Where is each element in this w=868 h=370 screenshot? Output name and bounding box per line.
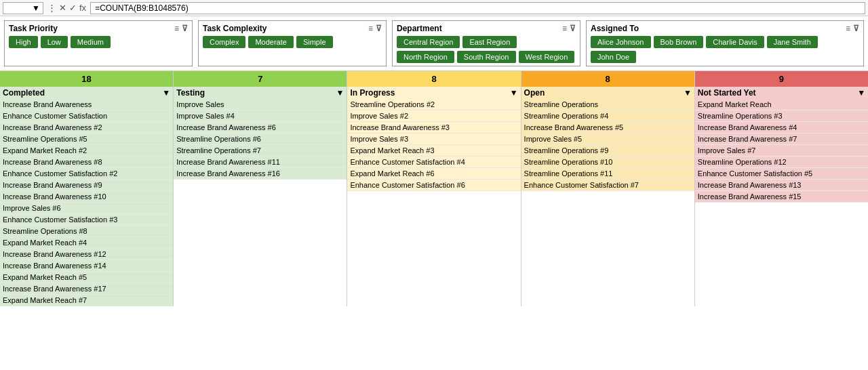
sort-icon[interactable]: ≡	[368, 24, 373, 33]
kanban-item[interactable]: Enhance Customer Satisfaction #6	[347, 180, 520, 191]
filter-button[interactable]: Moderate	[248, 36, 293, 48]
cancel-icon[interactable]: ✕	[59, 3, 66, 13]
kanban-item[interactable]: Increase Brand Awareness #9	[0, 180, 173, 191]
filter-icon[interactable]: ⊽	[376, 24, 382, 33]
kanban-item[interactable]: Expand Market Reach #7	[0, 295, 173, 306]
filter-button[interactable]: High	[9, 36, 38, 48]
kanban-column-dropdown-icon[interactable]: ▼	[510, 88, 518, 98]
kanban-item[interactable]: Streamline Operations #5	[0, 133, 173, 145]
kanban-column-notstarted: 9Not Started Yet▼Expand Market ReachStre…	[695, 71, 868, 306]
kanban-column-testing: 7Testing▼Improve SalesImprove Sales #4In…	[174, 71, 347, 306]
kanban-item[interactable]: Increase Brand Awareness #5	[521, 122, 694, 133]
formula-input[interactable]	[90, 2, 865, 14]
kanban-item[interactable]: Streamline Operations #9	[521, 145, 694, 157]
kanban-column-dropdown-icon[interactable]: ▼	[162, 88, 170, 98]
kanban-item[interactable]: Enhance Customer Satisfaction #4	[347, 157, 520, 168]
filter-button[interactable]: Alice Johnson	[591, 36, 651, 48]
filter-button[interactable]: Charlie Davis	[706, 36, 764, 48]
kanban-item[interactable]: Improve Sales #3	[347, 133, 520, 145]
fx-icon[interactable]: fx	[79, 3, 86, 13]
kanban-item[interactable]: Increase Brand Awareness #7	[695, 133, 868, 145]
kanban-item[interactable]: Increase Brand Awareness #13	[695, 180, 868, 191]
more-icon[interactable]: ⋮	[47, 3, 56, 13]
kanban-item[interactable]: Increase Brand Awareness #17	[0, 283, 173, 295]
kanban-column-label-text: Open	[524, 88, 545, 98]
kanban-item[interactable]: Streamline Operations #3	[695, 110, 868, 122]
kanban-item[interactable]: Streamline Operations #10	[521, 157, 694, 168]
kanban-item[interactable]: Streamline Operations #6	[174, 133, 347, 145]
filter-button[interactable]: Central Region	[397, 36, 460, 48]
kanban-item[interactable]: Streamline Operations #11	[521, 168, 694, 180]
kanban-item[interactable]: Improve Sales #2	[347, 110, 520, 122]
kanban-item[interactable]: Expand Market Reach #2	[0, 145, 173, 157]
sort-icon[interactable]: ≡	[846, 24, 850, 33]
kanban-item[interactable]: Streamline Operations #7	[174, 145, 347, 157]
kanban-item[interactable]: Improve Sales #6	[0, 203, 173, 214]
kanban-item[interactable]: Increase Brand Awareness #3	[347, 122, 520, 133]
kanban-item[interactable]: Increase Brand Awareness #12	[0, 249, 173, 260]
kanban-item[interactable]: Expand Market Reach #6	[347, 168, 520, 180]
kanban-item[interactable]: Improve Sales #5	[521, 133, 694, 145]
filter-icon[interactable]: ⊽	[570, 24, 576, 33]
kanban-item[interactable]: Streamline Operations	[521, 99, 694, 110]
filter-button[interactable]: North Region	[397, 51, 454, 63]
filter-icon[interactable]: ⊽	[853, 24, 859, 33]
filter-button[interactable]: Complex	[203, 36, 245, 48]
kanban-column-header: 18	[0, 71, 173, 87]
filter-button[interactable]: Jane Smith	[767, 36, 818, 48]
filter-button[interactable]: South Region	[457, 51, 516, 63]
filter-header-icons: ≡⊽	[846, 24, 859, 33]
kanban-item[interactable]: Increase Brand Awareness #10	[0, 191, 173, 203]
kanban-item[interactable]: Increase Brand Awareness	[0, 99, 173, 110]
kanban-item[interactable]: Increase Brand Awareness #16	[174, 168, 347, 180]
kanban-item[interactable]: Enhance Customer Satisfaction #2	[0, 168, 173, 180]
kanban-item[interactable]: Enhance Customer Satisfaction #3	[0, 214, 173, 226]
kanban-column-label-text: Not Started Yet	[698, 88, 756, 98]
kanban-item[interactable]: Enhance Customer Satisfaction #7	[521, 180, 694, 191]
kanban-item[interactable]: Improve Sales #7	[695, 145, 868, 157]
kanban-column-dropdown-icon[interactable]: ▼	[336, 88, 344, 98]
filter-button[interactable]: West Region	[519, 51, 575, 63]
kanban-item[interactable]: Enhance Customer Satisfaction	[0, 110, 173, 122]
filter-button[interactable]: Bob Brown	[654, 36, 704, 48]
kanban-item[interactable]: Expand Market Reach #3	[347, 145, 520, 157]
filter-header: Assigned To≡⊽	[591, 24, 859, 33]
filter-buttons: ComplexModerateSimple	[203, 36, 382, 48]
kanban-item[interactable]: Increase Brand Awareness #8	[0, 157, 173, 168]
sort-icon[interactable]: ≡	[562, 24, 567, 33]
filter-icon[interactable]: ⊽	[182, 24, 188, 33]
kanban-item[interactable]: Expand Market Reach #4	[0, 237, 173, 249]
kanban-item[interactable]: Streamline Operations #8	[0, 226, 173, 237]
kanban-column-header: 8	[521, 71, 694, 87]
kanban-item[interactable]: Improve Sales #4	[174, 110, 347, 122]
filter-button[interactable]: East Region	[462, 36, 517, 48]
kanban-column-label: Not Started Yet▼	[695, 87, 868, 99]
kanban-column-dropdown-icon[interactable]: ▼	[857, 88, 865, 98]
kanban-item[interactable]: Enhance Customer Satisfaction #5	[695, 168, 868, 180]
filter-button[interactable]: Low	[41, 36, 68, 48]
kanban-column-label: Testing▼	[174, 87, 347, 99]
kanban-item[interactable]: Increase Brand Awareness #4	[695, 122, 868, 133]
kanban-item[interactable]: Increase Brand Awareness #11	[174, 157, 347, 168]
kanban-column-label-text: Completed	[3, 88, 45, 98]
kanban-item[interactable]: Streamline Operations #4	[521, 110, 694, 122]
kanban-item[interactable]: Increase Brand Awareness #15	[695, 191, 868, 203]
kanban-item[interactable]: Increase Brand Awareness #14	[0, 260, 173, 272]
confirm-icon[interactable]: ✓	[69, 3, 77, 13]
kanban-item[interactable]: Increase Brand Awareness #6	[174, 122, 347, 133]
filter-button[interactable]: Simple	[296, 36, 333, 48]
kanban-item[interactable]: Streamline Operations #12	[695, 157, 868, 168]
cell-reference[interactable]: ▼	[3, 2, 43, 14]
kanban-column-open: 8Open▼Streamline OperationsStreamline Op…	[521, 71, 695, 306]
kanban-item[interactable]: Streamline Operations #2	[347, 99, 520, 110]
filter-button[interactable]: Medium	[71, 36, 111, 48]
kanban-item[interactable]: Expand Market Reach #5	[0, 272, 173, 283]
cell-ref-dropdown-icon[interactable]: ▼	[32, 3, 40, 13]
kanban-item[interactable]: Increase Brand Awareness #2	[0, 122, 173, 133]
kanban-item[interactable]: Improve Sales	[174, 99, 347, 110]
sort-icon[interactable]: ≡	[174, 24, 179, 33]
filter-box-task-complexity: Task Complexity≡⊽ComplexModerateSimple	[198, 20, 387, 66]
kanban-item[interactable]: Expand Market Reach	[695, 99, 868, 110]
filter-button[interactable]: John Doe	[591, 51, 636, 63]
kanban-column-dropdown-icon[interactable]: ▼	[684, 88, 692, 98]
